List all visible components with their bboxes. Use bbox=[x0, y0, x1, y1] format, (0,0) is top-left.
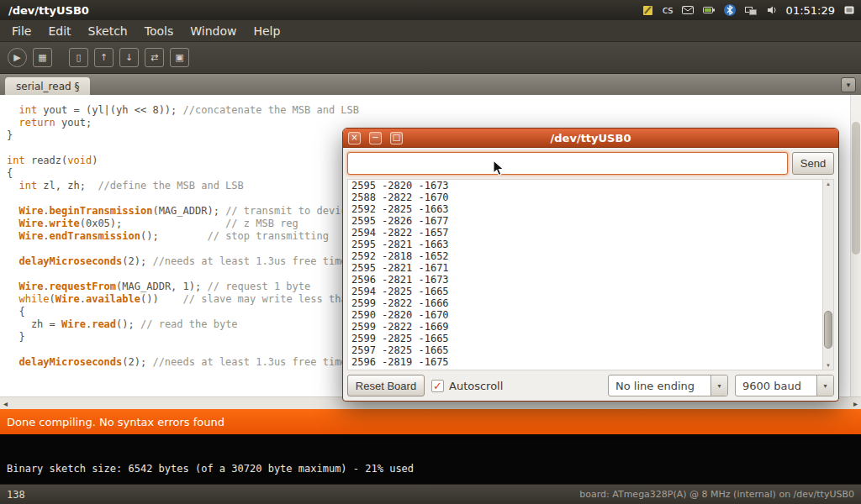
serial-output-line: 2592 -2825 -1663 bbox=[351, 203, 819, 215]
verify-button[interactable]: ▶ bbox=[8, 48, 27, 67]
serial-output-line: 2595 -2826 -1677 bbox=[351, 215, 819, 227]
tab-menu-button[interactable]: ▾ bbox=[841, 77, 856, 92]
stop-button[interactable]: ▦ bbox=[33, 48, 52, 67]
chevron-down-icon: ▾ bbox=[710, 375, 727, 396]
clock[interactable]: 01:51:29 bbox=[786, 4, 835, 17]
serial-output-line: 2588 -2822 -1670 bbox=[351, 192, 819, 203]
serial-monitor-window: ×−□ /dev/ttyUSB0 Send 2595 -2820 -167325… bbox=[342, 128, 839, 402]
window-controls: ×−□ bbox=[348, 132, 403, 144]
battery-icon[interactable] bbox=[702, 3, 716, 17]
scrollbar-thumb[interactable] bbox=[852, 122, 860, 255]
serial-output-area: 2595 -2820 -16732588 -2822 -16702592 -28… bbox=[347, 179, 834, 370]
reset-board-button[interactable]: Reset Board bbox=[347, 375, 425, 396]
mouse-cursor bbox=[493, 160, 504, 180]
network-icon[interactable] bbox=[744, 3, 758, 17]
tab-label: serial_read § bbox=[16, 81, 79, 92]
serial-output-line: 2599 -2822 -1666 bbox=[351, 297, 819, 309]
menu-edit[interactable]: Edit bbox=[40, 20, 79, 42]
serial-monitor-button[interactable]: ▣ bbox=[170, 48, 189, 67]
serial-output-line: 2594 -2825 -1665 bbox=[351, 286, 819, 297]
scroll-up-icon[interactable]: ▴ bbox=[823, 180, 833, 188]
menu-window[interactable]: Window bbox=[182, 20, 245, 42]
serial-output-line: 2592 -2818 -1652 bbox=[351, 250, 819, 262]
compile-status-bar: Done compiling. No syntax errors found bbox=[0, 409, 861, 434]
console-output: Binary sketch size: 6542 bytes (of a 307… bbox=[0, 434, 861, 484]
serial-output-line: 2595 -2820 -1673 bbox=[351, 180, 819, 192]
minimize-button[interactable]: − bbox=[369, 132, 382, 144]
scroll-right-icon[interactable]: ▸ bbox=[853, 399, 858, 408]
menu-sketch[interactable]: Sketch bbox=[80, 20, 136, 42]
tab-bar: serial_read § ▾ bbox=[0, 74, 861, 95]
serial-output-line: 2599 -2822 -1669 bbox=[351, 321, 819, 333]
chevron-down-icon: ▾ bbox=[847, 81, 851, 89]
send-row: Send bbox=[347, 152, 834, 175]
session-icon[interactable] bbox=[843, 3, 856, 17]
menu-help[interactable]: Help bbox=[245, 20, 288, 42]
console-line: Binary sketch size: 6542 bytes (of a 307… bbox=[7, 463, 854, 475]
menu-bar: FileEditSketchToolsWindowHelp bbox=[0, 20, 861, 42]
dialog-title: /dev/ttyUSB0 bbox=[343, 132, 838, 144]
serial-output-line: 2595 -2821 -1671 bbox=[351, 262, 819, 274]
footer-bar: 138 board: ATmega328P(A) @ 8 MHz (intern… bbox=[0, 484, 861, 504]
upload-button[interactable]: ⇄ bbox=[145, 48, 164, 67]
volume-icon[interactable] bbox=[765, 3, 779, 17]
status-message: Done compiling. No syntax errors found bbox=[7, 416, 224, 428]
bluetooth-icon[interactable] bbox=[723, 3, 737, 17]
toolbar: ▶▦▯↑↓⇄▣ bbox=[0, 42, 861, 74]
editor-vertical-scrollbar[interactable] bbox=[850, 95, 861, 396]
close-button[interactable]: × bbox=[348, 132, 361, 144]
line-number-indicator: 138 bbox=[7, 489, 25, 501]
line-ending-select[interactable]: No line ending ▾ bbox=[608, 375, 728, 396]
note-icon[interactable] bbox=[642, 3, 655, 17]
top-panel: /dev/ttyUSB0 cs 01:51:29 bbox=[0, 0, 861, 20]
menu-file[interactable]: File bbox=[3, 20, 40, 42]
send-button[interactable]: Send bbox=[792, 152, 834, 175]
serial-input[interactable] bbox=[347, 152, 788, 175]
serial-output-line: 2597 -2825 -1665 bbox=[351, 344, 819, 356]
serial-output-line: 2594 -2822 -1657 bbox=[351, 227, 819, 239]
scroll-left-icon[interactable]: ◂ bbox=[3, 399, 8, 408]
autoscroll-checkbox[interactable]: ✓ bbox=[431, 380, 444, 392]
code-line: int yout = (yl|(yh << 8)); //concatenate… bbox=[7, 104, 861, 117]
dialog-body: Send 2595 -2820 -16732588 -2822 -1670259… bbox=[343, 148, 838, 401]
tab-serial-read[interactable]: serial_read § bbox=[5, 77, 90, 95]
new-sketch-button[interactable]: ▯ bbox=[69, 48, 88, 67]
window-title: /dev/ttyUSB0 bbox=[8, 4, 89, 17]
baud-select[interactable]: 9600 baud ▾ bbox=[735, 375, 834, 396]
keyboard-layout-indicator[interactable]: cs bbox=[663, 4, 673, 16]
dialog-titlebar[interactable]: ×−□ /dev/ttyUSB0 bbox=[343, 129, 838, 148]
serial-output-line: 2599 -2825 -1665 bbox=[351, 333, 819, 344]
serial-output-line: 2596 -2819 -1675 bbox=[351, 356, 819, 368]
maximize-button[interactable]: □ bbox=[390, 132, 403, 144]
baud-value: 9600 baud bbox=[736, 380, 816, 392]
save-sketch-button[interactable]: ↓ bbox=[119, 48, 139, 67]
serial-output-line: 2596 -2821 -1673 bbox=[351, 274, 819, 286]
menu-tools[interactable]: Tools bbox=[136, 20, 182, 42]
system-tray: cs 01:51:29 bbox=[642, 3, 856, 17]
open-sketch-button[interactable]: ↑ bbox=[94, 48, 114, 67]
board-info: board: ATmega328P(A) @ 8 MHz (internal) … bbox=[579, 489, 854, 500]
scroll-down-icon[interactable]: ▾ bbox=[823, 361, 833, 370]
mail-icon[interactable] bbox=[681, 3, 695, 17]
autoscroll-label: Autoscroll bbox=[449, 380, 503, 392]
line-ending-value: No line ending bbox=[609, 380, 710, 392]
serial-output-line: 2590 -2820 -1670 bbox=[351, 309, 819, 321]
serial-output-line: 2595 -2821 -1663 bbox=[351, 239, 819, 250]
monitor-controls: Reset Board ✓ Autoscroll No line ending … bbox=[347, 375, 834, 396]
scrollbar-thumb[interactable] bbox=[824, 311, 832, 349]
screen: /dev/ttyUSB0 cs 01:51:29 bbox=[0, 0, 861, 504]
serial-scrollbar[interactable]: ▴ ▾ bbox=[822, 180, 833, 370]
chevron-down-icon: ▾ bbox=[816, 375, 833, 396]
serial-output: 2595 -2820 -16732588 -2822 -16702592 -28… bbox=[348, 180, 822, 370]
autoscroll-option[interactable]: ✓ Autoscroll bbox=[431, 380, 503, 392]
